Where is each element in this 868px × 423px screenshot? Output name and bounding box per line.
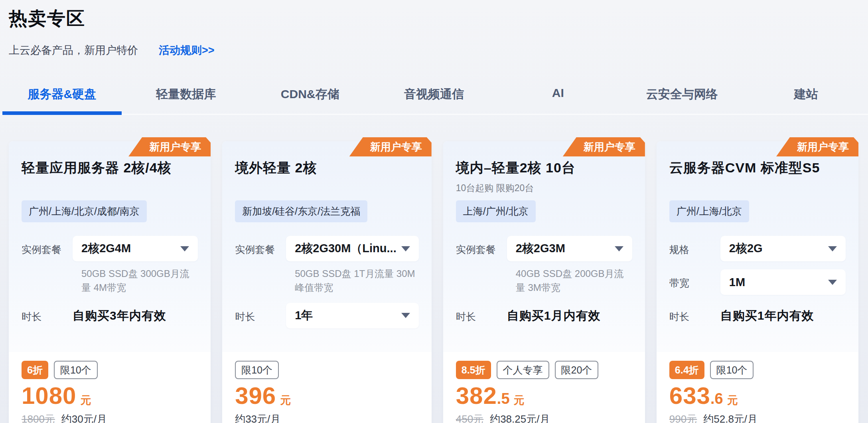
new-user-ribbon: 新用户专享 bbox=[349, 137, 432, 156]
config-control: 自购买1年内有效 bbox=[720, 303, 846, 324]
product-card[interactable]: 新用户专享境内–轻量2核 10台10台起购 限购20台上海/广州/北京实例套餐2… bbox=[443, 141, 645, 423]
config-label: 时长 bbox=[235, 303, 286, 323]
config-label: 实例套餐 bbox=[456, 236, 507, 256]
chevron-down-icon bbox=[401, 313, 410, 318]
new-user-ribbon: 新用户专享 bbox=[776, 137, 858, 156]
spec-description: 40GB SSD盘 200GB月流量 3M带宽 bbox=[516, 267, 632, 295]
page-header: 热卖专区 上云必备产品，新用户特价 活动规则>> bbox=[0, 0, 868, 57]
price-decimal: .5 bbox=[497, 390, 510, 407]
discount-badge: 6折 bbox=[22, 361, 48, 379]
product-card[interactable]: 新用户专享境外轻量 2核新加坡/硅谷/东京/法兰克福实例套餐2核2G30M（Li… bbox=[222, 141, 432, 423]
monthly-price: 约33元/月 bbox=[235, 412, 280, 423]
badge-row: 6折限10个 bbox=[22, 361, 198, 379]
config-label: 时长 bbox=[22, 303, 73, 323]
config-label: 规格 bbox=[669, 236, 720, 256]
config-control: 2核2G bbox=[720, 236, 846, 261]
price-detail-row: 990元约52.8元/月 bbox=[669, 412, 846, 423]
config-select-dropdown[interactable]: 2核2G4M bbox=[73, 236, 198, 261]
product-card[interactable]: 新用户专享云服务器CVM 标准型S5广州/上海/北京规格2核2G带宽1M时长自购… bbox=[657, 141, 858, 423]
product-card[interactable]: 新用户专享轻量应用服务器 2核/4核广州/上海/北京/成都/南京实例套餐2核2G… bbox=[9, 141, 211, 423]
config-row: 时长自购买3年内有效 bbox=[22, 303, 198, 324]
original-price: 450元 bbox=[456, 412, 483, 423]
config-select-dropdown[interactable]: 1M bbox=[720, 269, 846, 295]
select-value: 2核2G30M（Linu... bbox=[295, 241, 397, 257]
spec-description: 50GB SSD盘 300GB月流量 4M带宽 bbox=[81, 267, 198, 295]
card-config-section: 云服务器CVM 标准型S5广州/上海/北京规格2核2G带宽1M时长自购买1年内有… bbox=[657, 141, 858, 352]
discount-badge: 6.4折 bbox=[669, 361, 704, 379]
tab-音视频通信[interactable]: 音视频通信 bbox=[372, 86, 496, 114]
tab-服务器&硬盘[interactable]: 服务器&硬盘 bbox=[0, 86, 124, 114]
price: 633.6元 bbox=[669, 385, 846, 407]
select-value: 1M bbox=[729, 276, 745, 289]
price-integer: 382 bbox=[456, 385, 497, 407]
chevron-down-icon bbox=[615, 246, 623, 251]
tab-云安全与网络[interactable]: 云安全与网络 bbox=[620, 86, 744, 114]
config-row: 时长自购买1年内有效 bbox=[669, 303, 846, 324]
product-title: 云服务器CVM 标准型S5 bbox=[669, 159, 846, 177]
limit-badge: 限10个 bbox=[710, 361, 754, 379]
new-user-ribbon: 新用户专享 bbox=[563, 137, 645, 156]
config-control: 2核2G3M40GB SSD盘 200GB月流量 3M带宽 bbox=[507, 236, 632, 295]
badge-row: 6.4折限10个 bbox=[669, 361, 846, 379]
config-select-dropdown[interactable]: 2核2G bbox=[720, 236, 846, 261]
config-control: 2核2G30M（Linu...50GB SSD盘 1T月流量 30M峰值带宽 bbox=[286, 236, 419, 295]
tab-AI[interactable]: AI bbox=[496, 86, 620, 114]
new-user-ribbon: 新用户专享 bbox=[128, 137, 211, 156]
region-tag: 新加坡/硅谷/东京/法兰克福 bbox=[235, 200, 367, 222]
tab-轻量数据库[interactable]: 轻量数据库 bbox=[124, 86, 248, 114]
product-title: 轻量应用服务器 2核/4核 bbox=[22, 159, 198, 177]
select-value: 2核2G bbox=[729, 241, 763, 257]
config-control: 1M bbox=[720, 269, 846, 295]
config-select-dropdown[interactable]: 2核2G3M bbox=[507, 236, 632, 261]
monthly-price: 约30元/月 bbox=[61, 412, 107, 423]
card-title-area: 境内–轻量2核 10台10台起购 限购20台 bbox=[456, 159, 632, 200]
limit-badge: 限10个 bbox=[235, 361, 279, 379]
card-config-section: 境外轻量 2核新加坡/硅谷/东京/法兰克福实例套餐2核2G30M（Linu...… bbox=[222, 141, 432, 352]
product-subtitle: 10台起购 限购20台 bbox=[456, 182, 632, 194]
price-integer: 1080 bbox=[22, 385, 76, 407]
config-label: 实例套餐 bbox=[235, 236, 286, 256]
price-integer: 633 bbox=[669, 385, 710, 407]
select-value: 2核2G4M bbox=[81, 241, 131, 257]
price-unit: 元 bbox=[280, 393, 291, 407]
config-rows: 规格2核2G带宽1M时长自购买1年内有效 bbox=[669, 236, 846, 324]
price-unit: 元 bbox=[727, 393, 738, 407]
config-row: 规格2核2G bbox=[669, 236, 846, 261]
config-control: 自购买1月内有效 bbox=[507, 303, 632, 324]
page-title: 热卖专区 bbox=[9, 6, 858, 31]
region-tag: 广州/上海/北京 bbox=[669, 200, 749, 222]
chevron-down-icon bbox=[180, 246, 189, 251]
config-control: 1年 bbox=[286, 303, 419, 328]
price-integer: 396 bbox=[235, 385, 276, 407]
config-static-value: 自购买1月内有效 bbox=[507, 303, 632, 324]
select-value: 2核2G3M bbox=[516, 241, 565, 257]
price-unit: 元 bbox=[514, 393, 525, 407]
config-select-dropdown[interactable]: 1年 bbox=[286, 303, 419, 328]
config-row: 带宽1M bbox=[669, 269, 846, 295]
page-subtitle: 上云必备产品，新用户特价 bbox=[9, 43, 138, 57]
config-rows: 实例套餐2核2G3M40GB SSD盘 200GB月流量 3M带宽时长自购买1月… bbox=[456, 236, 632, 324]
region-tag: 上海/广州/北京 bbox=[456, 200, 536, 222]
config-static-value: 自购买1年内有效 bbox=[720, 303, 846, 324]
config-rows: 实例套餐2核2G30M（Linu...50GB SSD盘 1T月流量 30M峰值… bbox=[235, 236, 419, 328]
config-label: 时长 bbox=[669, 303, 720, 323]
spec-description: 50GB SSD盘 1T月流量 30M峰值带宽 bbox=[295, 267, 419, 295]
product-card-row: 新用户专享轻量应用服务器 2核/4核广州/上海/北京/成都/南京实例套餐2核2G… bbox=[0, 141, 868, 423]
card-price-section: 6.4折限10个633.6元990元约52.8元/月 bbox=[657, 352, 858, 423]
limit-badge: 限20个 bbox=[555, 361, 599, 379]
config-row: 实例套餐2核2G4M50GB SSD盘 300GB月流量 4M带宽 bbox=[22, 236, 198, 295]
product-title: 境内–轻量2核 10台 bbox=[456, 159, 632, 177]
config-control: 2核2G4M50GB SSD盘 300GB月流量 4M带宽 bbox=[73, 236, 198, 295]
activity-rules-link[interactable]: 活动规则>> bbox=[159, 43, 215, 57]
config-select-dropdown[interactable]: 2核2G30M（Linu... bbox=[286, 236, 419, 261]
card-title-area: 云服务器CVM 标准型S5 bbox=[669, 159, 846, 200]
card-title-area: 轻量应用服务器 2核/4核 bbox=[22, 159, 198, 200]
card-config-section: 境内–轻量2核 10台10台起购 限购20台上海/广州/北京实例套餐2核2G3M… bbox=[443, 141, 645, 352]
config-row: 时长自购买1月内有效 bbox=[456, 303, 632, 324]
tab-CDN&存储[interactable]: CDN&存储 bbox=[248, 86, 372, 114]
card-title-area: 境外轻量 2核 bbox=[235, 159, 419, 200]
config-row: 实例套餐2核2G3M40GB SSD盘 200GB月流量 3M带宽 bbox=[456, 236, 632, 295]
tab-建站[interactable]: 建站 bbox=[744, 86, 868, 114]
monthly-price: 约52.8元/月 bbox=[703, 412, 758, 423]
card-config-section: 轻量应用服务器 2核/4核广州/上海/北京/成都/南京实例套餐2核2G4M50G… bbox=[9, 141, 211, 352]
